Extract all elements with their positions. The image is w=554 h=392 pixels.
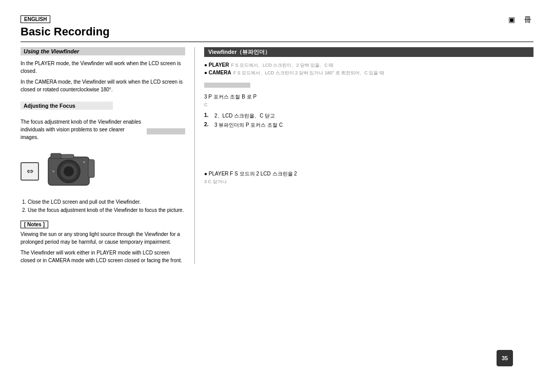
svg-rect-5 — [88, 160, 94, 178]
intro-text-2: In the CAMERA mode, the Viewfinder will … — [21, 78, 185, 93]
right-step-2-row: 2. 3 뷰파인더의 P 포커스 조절 C — [204, 122, 533, 129]
image-placeholder-bar — [147, 128, 185, 134]
player-row: ● PLAYER F S 모드에서、LCD 스크린이、2 닫혀 있을、C 때 — [204, 62, 533, 69]
focus-labels-block: 3 P 포커스 조절 B 로 P C — [204, 93, 533, 108]
page-number-badge: 35 — [497, 350, 513, 366]
page-number: 35 — [502, 355, 508, 361]
top-right-icons: ▣ 冊 — [508, 15, 533, 25]
focus-desc: The focus adjustment knob of the Viewfin… — [21, 118, 143, 141]
camera-svg — [43, 149, 100, 193]
focus-illustration-area: The focus adjustment knob of the Viewfin… — [21, 118, 185, 144]
left-column: Using the Viewfinder In the PLAYER mode,… — [21, 47, 195, 264]
intro-text-1: In the PLAYER mode, the Viewfinder will … — [21, 60, 185, 75]
camera-diagram-area: ⇔ — [21, 149, 185, 193]
note-1: Viewing the sun or any strong light sour… — [21, 230, 185, 246]
camera-label: ● CAMERA — [204, 70, 231, 75]
step-1: Close the LCD screen and pull out the Vi… — [28, 198, 185, 206]
step2-num: 2. — [204, 122, 211, 129]
page-container: ▣ 冊 ENGLISH Basic Recording Using the Vi… — [0, 0, 554, 392]
icon-grid: ▣ — [508, 15, 517, 24]
focus-label-2: C — [204, 101, 533, 108]
focus-knob-icon: ⇔ — [21, 162, 39, 181]
player-label: ● PLAYER — [204, 62, 229, 68]
svg-rect-6 — [51, 153, 61, 159]
left-section-header: Using the Viewfinder — [21, 47, 185, 55]
right-note-block: ● PLAYER F S 모드의 2 LCD 스크린을 2 3 C 닫거나 — [204, 170, 533, 185]
svg-point-8 — [83, 161, 85, 163]
right-note-player: ● PLAYER F S 모드의 2 LCD 스크린을 2 — [204, 170, 533, 178]
right-note-player-sub: 3 C 닫거나 — [204, 178, 533, 185]
right-section-header: Viewfinder（뷰파인더） — [204, 47, 533, 57]
player-camera-block: ● PLAYER F S 모드에서、LCD 스크린이、2 닫혀 있을、C 때 ●… — [204, 62, 533, 76]
notes-box: [ Notes ] Viewing the sun or any strong … — [21, 221, 185, 264]
step1-text: 2、LCD 스크린을、C 닫고 — [214, 112, 275, 120]
player-detail: F S 모드에서、LCD 스크린이、2 닫혀 있을、C 때 — [231, 62, 333, 69]
step2-text: 3 뷰파인더의 P 포커스 조절 C — [214, 122, 283, 129]
svg-point-3 — [64, 166, 74, 177]
steps-list: Close the LCD screen and pull out the Vi… — [21, 198, 185, 214]
notes-title: [ Notes ] — [21, 221, 48, 228]
arrows-icon: ⇔ — [27, 166, 33, 176]
subsection-adjusting-focus: Adjusting the Focus — [21, 102, 113, 110]
svg-point-7 — [52, 170, 54, 172]
right-image-placeholder — [204, 83, 250, 88]
page-title: Basic Recording — [21, 25, 533, 42]
note-2: The Viewfinder will work either in PLAYE… — [21, 249, 185, 264]
right-steps-block: 1. 2、LCD 스크린을、C 닫고 2. 3 뷰파인더의 P 포커스 조절 C — [204, 112, 533, 129]
right-column: Viewfinder（뷰파인더） ● PLAYER F S 모드에서、LCD 스… — [195, 47, 533, 264]
step1-num: 1. — [204, 112, 211, 120]
icon-book: 冊 — [524, 15, 533, 24]
focus-label-1: 3 P 포커스 조절 B 로 P — [204, 93, 533, 101]
step-2: Use the focus adjustment knob of the Vie… — [28, 206, 185, 214]
camera-detail: F S 모드에서、LCD 스크린이 2 닫혀 있거나 180° 로 회전되어、C… — [233, 70, 384, 76]
english-badge: ENGLISH — [21, 15, 50, 23]
camera-row: ● CAMERA F S 모드에서、LCD 스크린이 2 닫혀 있거나 180°… — [204, 70, 533, 76]
right-step-1-row: 1. 2、LCD 스크린을、C 닫고 — [204, 112, 533, 120]
two-column-layout: Using the Viewfinder In the PLAYER mode,… — [21, 47, 533, 264]
